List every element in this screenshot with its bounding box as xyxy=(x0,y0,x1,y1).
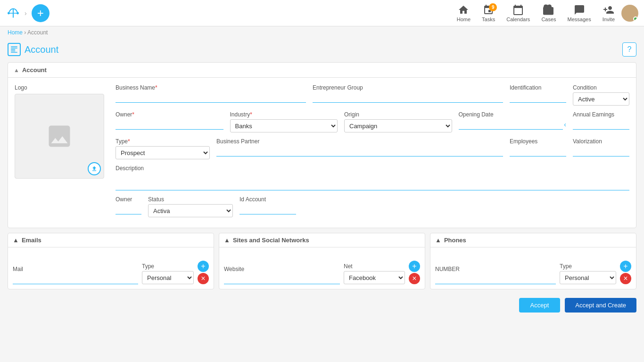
condition-select[interactable]: Active Inactive xyxy=(573,92,629,106)
industry-select[interactable]: Banks Technology Healthcare Retail xyxy=(230,119,338,132)
website-input[interactable] xyxy=(224,274,340,284)
industry-group: Industry* Banks Technology Healthcare Re… xyxy=(230,111,338,132)
invite-label: Invite xyxy=(603,16,615,22)
entrepreneur-group-label: Entrepreneur Group xyxy=(313,84,503,91)
status-select[interactable]: Activa Inactiva Pendiente xyxy=(148,204,233,217)
phones-chevron-icon: ▲ xyxy=(435,237,441,244)
top-nav: › + Home 9 Tasks Calendars Cases xyxy=(0,0,644,26)
identification-label: Identification xyxy=(510,84,566,91)
fields-area: Business Name* Entrepreneur Group Identi… xyxy=(116,84,629,223)
page-header: Account ? xyxy=(0,39,644,58)
remove-social-button[interactable]: × xyxy=(409,273,420,284)
phones-section-header[interactable]: ▲ Phones xyxy=(430,233,636,247)
social-section: ▲ Sites and Social Networks Website Net … xyxy=(219,233,425,289)
social-icon-btn-group: + × xyxy=(409,252,420,284)
form-row-1: Business Name* Entrepreneur Group Identi… xyxy=(116,84,629,106)
phone-number-group: NUMBER xyxy=(435,266,556,284)
social-row: Website Net Facebook Twitter LinkedIn In… xyxy=(224,252,420,284)
add-social-button[interactable]: + xyxy=(409,261,420,272)
social-section-header[interactable]: ▲ Sites and Social Networks xyxy=(219,233,425,247)
business-name-input[interactable] xyxy=(116,92,306,103)
logo-upload-button[interactable] xyxy=(88,162,101,175)
accept-create-button[interactable]: Accept and Create xyxy=(565,298,636,313)
emails-section-header[interactable]: ▲ Emails xyxy=(8,233,214,247)
employees-input[interactable] xyxy=(510,146,566,156)
nav-tasks[interactable]: 9 Tasks xyxy=(477,2,500,24)
nav-invite[interactable]: Invite xyxy=(598,2,619,24)
logo-placeholder xyxy=(15,94,104,179)
add-button[interactable]: + xyxy=(32,4,50,22)
origin-group: Origin Campaign Web Referral Cold Call xyxy=(344,111,452,132)
id-account-input[interactable] xyxy=(239,204,296,214)
net-label: Net xyxy=(344,263,405,270)
status-label: Status xyxy=(148,196,233,203)
employees-group: Employees xyxy=(510,138,566,156)
remove-email-button[interactable]: × xyxy=(198,273,209,284)
form-row-4: Description xyxy=(116,165,629,190)
nav-cases[interactable]: Cases xyxy=(537,2,561,24)
breadcrumb-home[interactable]: Home xyxy=(8,29,23,36)
help-button[interactable]: ? xyxy=(622,42,636,57)
net-select[interactable]: Facebook Twitter LinkedIn Instagram xyxy=(344,271,405,284)
logo-label: Logo xyxy=(15,84,27,91)
email-type-label: Type xyxy=(142,263,194,270)
status-group: Status Activa Inactiva Pendiente xyxy=(148,196,233,217)
page-title: Account xyxy=(25,44,58,55)
origin-select[interactable]: Campaign Web Referral Cold Call xyxy=(344,119,452,132)
form-row-5: Owner Status Activa Inactiva Pendiente xyxy=(116,196,629,217)
id-account-group: Id Account xyxy=(239,196,296,214)
owner2-group: Owner xyxy=(116,196,141,214)
website-label: Website xyxy=(224,266,340,272)
page-title-area: Account xyxy=(8,43,58,56)
nav-logo: › xyxy=(6,6,27,21)
mail-label: Mail xyxy=(13,266,138,272)
phone-icon-btn-group: + × xyxy=(620,252,631,284)
net-group: Net Facebook Twitter LinkedIn Instagram xyxy=(344,263,405,284)
add-email-button[interactable]: + xyxy=(198,261,209,272)
breadcrumb: Home › Account xyxy=(0,26,644,39)
nav-calendars[interactable]: Calendars xyxy=(502,2,535,24)
calendar-icon[interactable]: ‹ xyxy=(564,121,566,130)
industry-label: Industry* xyxy=(230,111,338,118)
owner-input[interactable] xyxy=(116,119,223,130)
messages-label: Messages xyxy=(568,16,591,22)
id-account-label: Id Account xyxy=(239,196,296,203)
nav-messages[interactable]: Messages xyxy=(563,2,596,24)
phone-type-select[interactable]: Personal Work Mobile Other xyxy=(560,271,616,284)
email-type-select[interactable]: Personal Work Other xyxy=(142,271,194,284)
description-label: Description xyxy=(116,165,629,172)
emails-chevron-icon: ▲ xyxy=(13,237,19,244)
mail-group: Mail xyxy=(13,266,138,284)
mail-input[interactable] xyxy=(13,274,138,284)
valorization-input[interactable] xyxy=(573,146,629,156)
account-section-header[interactable]: ▲ Account xyxy=(8,63,636,78)
main-content: ▲ Account Logo xyxy=(0,58,644,322)
owner-label: Owner* xyxy=(116,111,223,118)
account-chevron-icon: ▲ xyxy=(14,67,19,74)
remove-phone-button[interactable]: × xyxy=(620,273,631,284)
employees-label: Employees xyxy=(510,138,566,145)
type-select[interactable]: Prospect Customer Partner Reseller xyxy=(116,146,210,159)
business-partner-input[interactable] xyxy=(216,146,503,156)
description-input[interactable] xyxy=(116,173,629,190)
nav-right: Home 9 Tasks Calendars Cases Messages xyxy=(452,2,638,24)
entrepreneur-group-group: Entrepreneur Group xyxy=(313,84,503,103)
annual-earnings-input[interactable] xyxy=(573,119,629,130)
owner2-input[interactable] xyxy=(116,204,141,214)
phone-type-group: Type Personal Work Mobile Other xyxy=(560,263,616,284)
website-group: Website xyxy=(224,266,340,284)
nav-home[interactable]: Home xyxy=(452,2,475,24)
business-partner-label: Business Partner xyxy=(216,138,503,145)
entrepreneur-group-input[interactable] xyxy=(313,92,503,103)
add-phone-button[interactable]: + xyxy=(620,261,631,272)
phone-number-label: NUMBER xyxy=(435,266,556,272)
accept-button[interactable]: Accept xyxy=(519,298,561,313)
phone-type-label: Type xyxy=(560,263,616,270)
phone-number-input[interactable] xyxy=(435,274,556,284)
calendars-label: Calendars xyxy=(506,16,530,22)
opening-date-input[interactable] xyxy=(459,119,563,130)
calendars-icon xyxy=(512,4,524,16)
identification-input[interactable] xyxy=(510,92,566,103)
user-avatar[interactable] xyxy=(621,5,638,22)
tasks-badge: 9 xyxy=(489,3,497,11)
